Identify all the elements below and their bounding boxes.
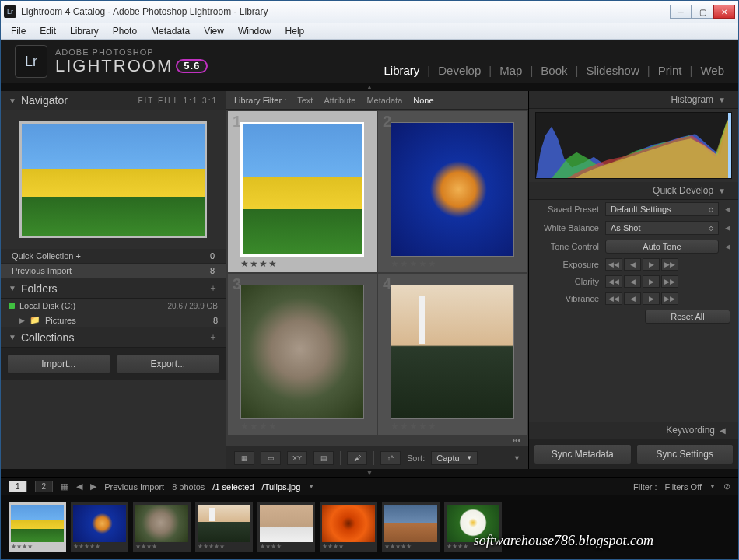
filmstrip-cell[interactable]: ★★★★★	[195, 502, 253, 552]
painter-icon[interactable]: 🖌	[347, 451, 367, 465]
maximize-button[interactable]: ▢	[692, 5, 713, 19]
catalog-row[interactable]: Quick Collection +0	[1, 249, 226, 264]
collapse-icon[interactable]: ◀	[725, 205, 730, 213]
navigator-zoom-opts[interactable]: FIT FILL 1:1 3:1	[138, 96, 218, 105]
filter-tab-metadata[interactable]: Metadata	[366, 96, 402, 105]
sync-metadata-button[interactable]: Sync Metadata	[534, 444, 632, 464]
close-button[interactable]: ✕	[713, 5, 735, 19]
add-folder-icon[interactable]: ＋	[208, 282, 218, 295]
menu-view[interactable]: View	[197, 24, 231, 38]
grid-view-icon[interactable]: ▦	[234, 451, 254, 465]
clarity-inc-large[interactable]: ▶▶	[661, 275, 678, 288]
bottom-panel-toggle[interactable]: ▼	[1, 469, 738, 477]
source-dropdown-icon[interactable]: ▼	[308, 483, 314, 490]
grid-cell[interactable]: 2★★★★★	[378, 111, 527, 272]
grid-cell[interactable]: 1★★★★	[228, 111, 377, 272]
exposure-inc[interactable]: ▶	[643, 258, 660, 271]
loupe-view-icon[interactable]: ▭	[261, 451, 281, 465]
menu-photo[interactable]: Photo	[106, 24, 144, 38]
module-slideshow[interactable]: Slideshow	[586, 64, 639, 77]
import-button[interactable]: Import...	[7, 354, 110, 374]
rating-stars[interactable]: ★★★★	[240, 419, 364, 432]
folders-header[interactable]: ▼ Folders ＋	[1, 278, 226, 299]
vibrance-inc-large[interactable]: ▶▶	[661, 292, 678, 305]
filmstrip-cell[interactable]: ★★★★	[9, 502, 66, 552]
toolbar-more-icon[interactable]: ▼	[513, 454, 520, 462]
menu-window[interactable]: Window	[231, 24, 278, 38]
grid-toggle-icon[interactable]: ▦	[61, 481, 68, 492]
module-library[interactable]: Library	[384, 64, 419, 77]
vibrance-dec[interactable]: ◀	[624, 292, 641, 305]
filter-lock-icon[interactable]: ⊘	[723, 481, 730, 492]
collections-header[interactable]: ▼ Collections ＋	[1, 327, 226, 348]
top-panel-toggle[interactable]: ▲	[1, 83, 738, 91]
filmstrip-header: 1 2 ▦ ◀ ▶ Previous Import 8 photos /1 se…	[1, 477, 738, 495]
menu-edit[interactable]: Edit	[33, 24, 63, 38]
clarity-dec-large[interactable]: ◀◀	[605, 275, 622, 288]
menu-metadata[interactable]: Metadata	[144, 24, 197, 38]
folder-icon: 📁	[30, 315, 40, 325]
minimize-button[interactable]: ─	[670, 5, 692, 19]
collapse-icon[interactable]: ◀	[725, 243, 730, 250]
menu-help[interactable]: Help	[278, 24, 312, 38]
auto-tone-button[interactable]: Auto Tone	[605, 240, 719, 254]
filmstrip[interactable]: ★★★★★★★★★★★★★★★★★★★★★★★★★★★★★★★★★★★	[1, 495, 738, 559]
back-icon[interactable]: ◀	[76, 481, 82, 492]
filmstrip-cell[interactable]: ★★★★★	[382, 502, 440, 552]
source-label[interactable]: Previous Import	[104, 482, 164, 492]
filmstrip-cell[interactable]: ★★★★	[257, 502, 315, 552]
vibrance-inc[interactable]: ▶	[643, 292, 660, 305]
volume-row[interactable]: Local Disk (C:) 20.6 / 29.9 GB	[1, 299, 226, 313]
sort-direction-icon[interactable]: ↕ᴬ	[380, 451, 401, 465]
clarity-inc[interactable]: ▶	[643, 275, 660, 288]
export-button[interactable]: Export...	[117, 354, 220, 374]
module-develop[interactable]: Develop	[438, 64, 481, 77]
filter-tab-text[interactable]: Text	[297, 96, 313, 105]
exposure-dec[interactable]: ◀	[624, 258, 641, 271]
rating-stars[interactable]: ★★★★★	[391, 257, 514, 269]
filmstrip-cell[interactable]: ★★★★	[320, 502, 377, 552]
module-web[interactable]: Web	[700, 64, 724, 77]
vibrance-dec-large[interactable]: ◀◀	[605, 292, 622, 305]
filter-dropdown-icon[interactable]: ▼	[709, 483, 716, 490]
quick-develop-header[interactable]: Quick Develop ▼	[529, 182, 738, 200]
forward-icon[interactable]: ▶	[90, 481, 96, 492]
clarity-dec[interactable]: ◀	[624, 275, 641, 288]
filmstrip-cell[interactable]: ★★★★	[444, 502, 502, 552]
white-balance-dropdown[interactable]: As Shot◇	[605, 221, 719, 235]
compare-view-icon[interactable]: XY	[287, 451, 307, 465]
reset-all-button[interactable]: Reset All	[645, 310, 730, 324]
folder-row[interactable]: ▶ 📁 Pictures 8	[1, 313, 226, 327]
filmstrip-cell[interactable]: ★★★★★	[71, 502, 128, 552]
second-window-button[interactable]: 2	[35, 481, 54, 492]
filter-tab-attribute[interactable]: Attribute	[324, 96, 355, 105]
navigator-header[interactable]: ▼ Navigator FIT FILL 1:1 3:1	[1, 91, 226, 110]
exposure-dec-large[interactable]: ◀◀	[605, 258, 622, 271]
sort-dropdown[interactable]: Captu▼	[431, 451, 478, 465]
module-book[interactable]: Book	[541, 64, 567, 77]
add-collection-icon[interactable]: ＋	[208, 331, 218, 344]
grid-cell[interactable]: 3★★★★	[228, 274, 377, 435]
histogram-header[interactable]: Histogram ▼	[529, 91, 738, 109]
filmstrip-cell[interactable]: ★★★★	[133, 502, 191, 552]
rating-stars[interactable]: ★★★★★	[391, 419, 514, 432]
main-window-button[interactable]: 1	[9, 481, 27, 492]
rating-stars[interactable]: ★★★★	[240, 257, 364, 269]
menu-file[interactable]: File	[4, 24, 33, 38]
module-map[interactable]: Map	[499, 64, 522, 77]
sync-settings-button[interactable]: Sync Settings	[636, 444, 734, 464]
filmstrip-filter-value[interactable]: Filters Off	[665, 482, 702, 492]
filter-tab-none[interactable]: None	[413, 96, 433, 105]
exposure-inc-large[interactable]: ▶▶	[661, 258, 678, 271]
keywording-header[interactable]: Keywording ◀	[529, 422, 738, 439]
catalog-row[interactable]: Previous Import8	[1, 264, 226, 278]
grid-cell[interactable]: 4★★★★★	[378, 274, 527, 435]
collapse-icon[interactable]: ◀	[725, 224, 730, 232]
survey-view-icon[interactable]: ▤	[313, 451, 334, 465]
module-print[interactable]: Print	[658, 64, 682, 77]
navigator-preview[interactable]	[1, 110, 226, 249]
histogram-chart[interactable]	[535, 112, 732, 179]
menu-library[interactable]: Library	[63, 24, 106, 38]
app-icon: Lr	[4, 5, 16, 18]
saved-preset-dropdown[interactable]: Default Settings◇	[605, 202, 719, 216]
